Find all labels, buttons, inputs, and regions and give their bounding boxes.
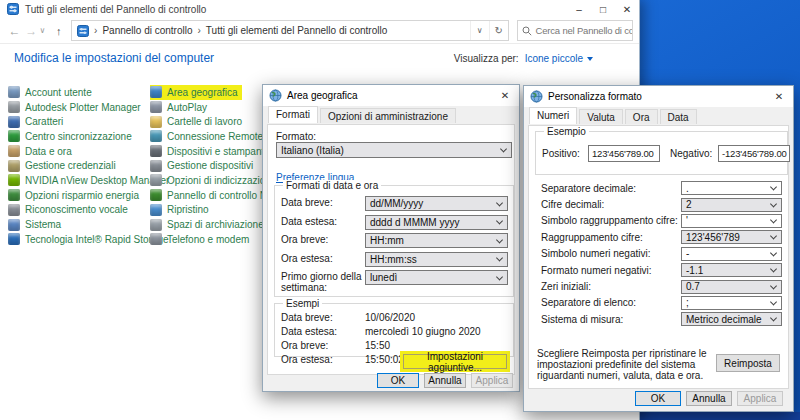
tab-numeri[interactable]: Numeri bbox=[529, 107, 577, 124]
breadcrumb-current[interactable]: Tutti gli elementi del Pannello di contr… bbox=[206, 25, 387, 36]
number-format-row: Simbolo raggruppamento cifre:' bbox=[541, 213, 782, 229]
chevron-down-icon bbox=[770, 266, 777, 273]
search-input[interactable]: Cerca nel Pannello di contro... bbox=[517, 20, 633, 41]
chevron-down-icon bbox=[496, 236, 503, 243]
row-label: Zeri iniziali: bbox=[541, 281, 681, 292]
address-dropdown-chevron-icon[interactable]: ∨ bbox=[470, 21, 489, 40]
positive-example-field[interactable]: 123'456'789.00 bbox=[588, 145, 660, 162]
datetime-format-row: Ora breve:HH:mm bbox=[281, 233, 507, 248]
primo-giorno-della-settimana-select[interactable]: lunedì bbox=[365, 270, 508, 285]
control-panel-icon bbox=[7, 3, 19, 15]
separatore-decimale-select[interactable]: . bbox=[681, 181, 782, 195]
power-options-icon bbox=[8, 189, 20, 201]
cp-item-opzioni-risparmio-energia[interactable]: Opzioni risparmio energia bbox=[8, 188, 143, 203]
format-select[interactable]: Italiano (Italia) bbox=[276, 142, 512, 158]
ok-button[interactable]: OK bbox=[635, 391, 681, 406]
cp-item-autoplay[interactable]: AutoPlay bbox=[150, 100, 211, 115]
breadcrumb-separator: › bbox=[198, 25, 201, 36]
up-button[interactable]: ↑ bbox=[50, 25, 67, 37]
tab-opzioni-di-amministrazione[interactable]: Opzioni di amministrazione bbox=[320, 108, 456, 123]
window-titlebar[interactable]: Tutti gli elementi del Pannello di contr… bbox=[0, 0, 639, 18]
ora-breve-select[interactable]: HH:mm bbox=[365, 233, 508, 248]
reset-button[interactable]: Reimposta bbox=[716, 354, 780, 372]
group-caption: Esempio bbox=[544, 126, 589, 137]
view-by-value[interactable]: Icone piccole bbox=[525, 53, 583, 64]
formato-numeri-negativi-select[interactable]: -1.1 bbox=[681, 263, 782, 277]
simbolo-raggruppamento-cifre-select[interactable]: ' bbox=[681, 214, 782, 228]
cp-item-telefono-e-modem[interactable]: Telefono e modem bbox=[150, 232, 253, 247]
apply-button[interactable]: Applica bbox=[471, 373, 513, 388]
cp-item-caratteri[interactable]: Caratteri bbox=[8, 114, 67, 129]
apply-button[interactable]: Applica bbox=[737, 391, 783, 406]
nvidia-control-panel-icon bbox=[150, 189, 162, 201]
chevron-down-icon bbox=[500, 145, 507, 152]
data-estesa-select[interactable]: dddd d MMMM yyyy bbox=[365, 215, 508, 230]
region-dialog-titlebar[interactable]: Area geografica ✕ bbox=[263, 85, 519, 106]
ok-button[interactable]: OK bbox=[377, 373, 419, 388]
cp-item-centro-sincronizzazione[interactable]: Centro sincronizzazione bbox=[8, 129, 136, 144]
search-icon bbox=[522, 26, 532, 36]
recent-pages-chevron-icon[interactable]: ∨ bbox=[40, 26, 51, 35]
close-icon[interactable]: ✕ bbox=[765, 86, 793, 107]
cp-item-riconoscimento-vocale[interactable]: Riconoscimento vocale bbox=[8, 203, 132, 218]
zeri-iniziali-select[interactable]: 0.7 bbox=[681, 280, 782, 294]
separatore-di-elenco-select[interactable]: ; bbox=[681, 296, 782, 310]
back-button[interactable]: ← bbox=[6, 24, 23, 38]
format-select-value: Italiano (Italia) bbox=[281, 145, 344, 156]
cp-item-gestione-dispositivi[interactable]: Gestione dispositivi bbox=[150, 158, 257, 173]
minimize-button[interactable]: – bbox=[567, 0, 591, 18]
cp-item-label: Data e ora bbox=[25, 146, 72, 157]
customize-format-titlebar[interactable]: Personalizza formato ✕ bbox=[524, 86, 793, 107]
devices-printers-icon bbox=[150, 145, 162, 157]
chevron-down-icon bbox=[770, 184, 777, 191]
forward-button[interactable]: → bbox=[23, 24, 40, 38]
cp-item-spazi-di-archiviazione[interactable]: Spazi di archiviazione bbox=[150, 217, 268, 232]
ora-estesa-select[interactable]: HH:mm:ss bbox=[365, 252, 508, 267]
cp-item-nvidia-nview-desktop-manager[interactable]: NVIDIA nView Desktop Manager bbox=[8, 173, 173, 188]
customize-format-buttons: OK Annulla Applica bbox=[635, 391, 783, 406]
negative-example-field[interactable]: -123'456'789.00 bbox=[718, 145, 790, 162]
tab-ora[interactable]: Ora bbox=[625, 109, 658, 124]
breadcrumb-root[interactable]: Pannello di controllo bbox=[102, 25, 192, 36]
close-button[interactable]: ✕ bbox=[615, 0, 639, 18]
address-bar[interactable]: › Pannello di controllo › Tutti gli elem… bbox=[71, 20, 509, 41]
chevron-down-icon bbox=[496, 254, 503, 261]
cp-item-cartelle-di-lavoro[interactable]: Cartelle di lavoro bbox=[150, 114, 246, 129]
data-breve-select[interactable]: dd/MM/yyyy bbox=[365, 196, 508, 211]
maximize-button[interactable]: □ bbox=[591, 0, 615, 18]
cifre-decimali-select[interactable]: 2 bbox=[681, 198, 782, 212]
cp-item-label: Centro sincronizzazione bbox=[25, 131, 132, 142]
row-label: Simbolo raggruppamento cifre: bbox=[541, 215, 681, 226]
format-label: Formato: bbox=[276, 131, 316, 142]
cp-item-label: Gestione dispositivi bbox=[167, 160, 253, 171]
cancel-button[interactable]: Annulla bbox=[686, 391, 732, 406]
sistema-di-misura-select[interactable]: Metrico decimale bbox=[681, 312, 782, 326]
cp-item-sistema[interactable]: Sistema bbox=[8, 217, 65, 232]
tab-valuta[interactable]: Valuta bbox=[579, 109, 623, 124]
tab-data[interactable]: Data bbox=[660, 109, 697, 124]
cp-item-dispositivi-e-stampanti[interactable]: Dispositivi e stampanti bbox=[150, 144, 270, 159]
example-row: Data breve:10/06/2020 bbox=[281, 312, 507, 323]
number-format-rows: Separatore decimale:.Cifre decimali:2Sim… bbox=[541, 180, 782, 328]
cp-item-account-utente[interactable]: Account utente bbox=[8, 85, 96, 100]
refresh-icon[interactable]: ↻ bbox=[489, 21, 508, 40]
intel-rst-icon bbox=[8, 233, 20, 245]
tab-formati[interactable]: Formati bbox=[268, 106, 318, 123]
cp-item-label: Caratteri bbox=[25, 116, 63, 127]
simbolo-numeri-negativi-select[interactable]: - bbox=[681, 247, 782, 261]
row-label: Ora estesa: bbox=[281, 354, 365, 365]
cp-item-ripristino[interactable]: Ripristino bbox=[150, 203, 213, 218]
credential-manager-icon bbox=[8, 160, 20, 172]
group-caption: Formati di data e ora bbox=[283, 180, 381, 191]
view-by-control: Visualizza per: Icone piccole bbox=[454, 53, 593, 64]
close-icon[interactable]: ✕ bbox=[491, 85, 519, 106]
cancel-button[interactable]: Annulla bbox=[424, 373, 466, 388]
cp-item-tecnologia-intel-rapid-storage[interactable]: Tecnologia Intel® Rapid Storage bbox=[8, 232, 173, 247]
cp-item-gestione-credenziali[interactable]: Gestione credenziali bbox=[8, 158, 120, 173]
cp-item-data-e-ora[interactable]: Data e ora bbox=[8, 144, 76, 159]
cp-item-opzioni-di-indicizzazione[interactable]: Opzioni di indicizzazione bbox=[150, 173, 281, 188]
additional-settings-button[interactable]: Impostazioni aggiuntive... bbox=[403, 354, 507, 369]
cp-item-autodesk-plotter-manager[interactable]: Autodesk Plotter Manager bbox=[8, 100, 145, 115]
raggruppamento-cifre-select[interactable]: 123'456'789 bbox=[681, 230, 782, 244]
cp-item-area-geografica[interactable]: Area geografica bbox=[150, 85, 242, 100]
